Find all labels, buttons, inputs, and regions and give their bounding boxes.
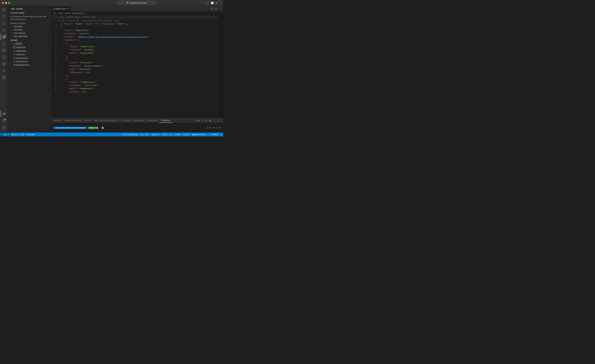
sidebar-item-connections[interactable]: ☐ Connections — [8, 60, 51, 63]
kill-terminal-button[interactable]: 🗑 — [208, 119, 212, 122]
activity-panel[interactable] — [1, 74, 7, 81]
activity-account[interactable]: 2 — [1, 117, 7, 124]
sidebar-header: OML VISION ··· — [8, 6, 51, 11]
breadcrumb-more[interactable]: ... — [86, 12, 88, 14]
breadcrumb-vision[interactable]: vision — [58, 12, 63, 14]
tab-ports[interactable]: PORTS — [83, 118, 93, 123]
activity-extensions[interactable]: 3 — [1, 34, 7, 40]
line-number: 19 — [52, 77, 58, 81]
sidebar-item-kepler16b[interactable]: ▾ Kepler16b — [8, 46, 51, 49]
sidebar-item-home[interactable]: ▾ ⌂ Home — [8, 42, 51, 46]
task-label: Run owlLoad — [14, 32, 25, 34]
chevron-right-icon[interactable]: › — [220, 119, 222, 122]
task-label: Run clean — [14, 29, 23, 31]
fullscreen-icon[interactable]: ⛶ — [219, 2, 221, 4]
activity-source-control[interactable] — [1, 20, 7, 27]
activity-files[interactable] — [1, 7, 7, 13]
tab-comments[interactable]: COMMENTS — [131, 118, 146, 123]
line-content: "iconUrl": "https://nasa-jpl.github.io/s… — [58, 35, 218, 39]
maximize-button[interactable] — [8, 2, 10, 4]
status-broadcast[interactable]: ↗ — [219, 133, 223, 136]
tab-gitlens[interactable]: GITLENS — [120, 118, 131, 123]
activity-flask[interactable] — [1, 40, 7, 47]
nav-back-button[interactable]: ‹ — [60, 1, 63, 5]
status-git-graph[interactable]: Git Graph — [25, 133, 35, 136]
breadcrumb-src[interactable]: src — [53, 12, 56, 14]
sidebar-item-components[interactable]: ☰ Components — [8, 56, 51, 60]
activity-r[interactable]: R — [1, 68, 7, 74]
line-number: 4 — [52, 29, 58, 32]
code-line-20: 20 "title": "Components", — [51, 81, 218, 84]
activity-database[interactable] — [1, 47, 7, 54]
line-content: { "title": "Home", "path": "/", "treeIco… — [58, 22, 218, 26]
activity-rocket[interactable] — [1, 61, 7, 67]
nav-forward-button[interactable]: › — [64, 1, 67, 5]
tab-close-button[interactable]: ✕ — [67, 7, 69, 10]
status-info[interactable]: ⓪ 0 — [19, 133, 25, 136]
tab-output[interactable]: OUTPUT — [52, 118, 63, 123]
breadcrumb-layouts[interactable]: layouts — [65, 12, 71, 14]
line-content: { — [58, 26, 218, 29]
status-line-ending[interactable]: LF — [169, 133, 173, 136]
pages-section: ▾ PAGES ▾ ⌂ Home ▾ — [8, 39, 51, 67]
info-text: ⓪ 0 — [21, 133, 24, 136]
activity-clock[interactable] — [1, 54, 7, 60]
svg-point-26 — [14, 54, 15, 54]
activity-eye[interactable] — [1, 111, 7, 117]
activity-run[interactable] — [1, 27, 7, 33]
tab-problems[interactable]: PROBLEMS — [146, 118, 159, 123]
close-button[interactable] — [2, 2, 4, 4]
sidebar-item-objectives[interactable]: ☐ Objectives — [8, 49, 51, 53]
terminal-content[interactable]: ~/git/pogi7/kepler16b-example main *1 › … — [51, 123, 223, 133]
split-icon[interactable]: ▣ — [215, 2, 217, 4]
pages-section-header[interactable]: ▾ PAGES — [8, 39, 51, 42]
sidebar-item-requirements[interactable]: ☰ Requirements — [8, 63, 51, 67]
minimize-button[interactable] — [5, 2, 7, 4]
breadcrumb-file[interactable]: {} pages.json — [73, 12, 84, 14]
more-actions-icon[interactable]: ··· — [219, 7, 222, 10]
titlebar-search[interactable]: 🔍 kepler16b-example — [117, 1, 156, 5]
split-terminal-button[interactable]: ⊟ — [204, 119, 208, 122]
layout-icon[interactable]: ⬜ — [211, 2, 213, 4]
missions-label: Missions — [16, 53, 25, 56]
code-editor[interactable]: You, 3 months ago | 1 author (You) 1 [Yo… — [51, 15, 218, 118]
shell-label: zsh — [196, 119, 200, 122]
status-encoding[interactable]: UTF-8 — [161, 133, 168, 136]
tab-oml-vision-properties[interactable]: OML VISION PROPERTIES — [93, 118, 120, 123]
line-content: "title": "Kepler16b", — [58, 29, 218, 32]
task-run-owlload[interactable]: ▷ Run owlLoad — [8, 32, 51, 35]
tab-terminal[interactable]: TERMINAL — [159, 118, 172, 123]
view-options-icon[interactable]: ◫ — [214, 7, 218, 11]
status-language[interactable]: {} JSON — [173, 133, 182, 136]
more-panel-actions[interactable]: ··· — [212, 119, 216, 122]
activity-search[interactable] — [1, 13, 7, 20]
line-number: 23 — [52, 90, 58, 94]
status-tabnine[interactable]: ◆ tabnine starter → — [191, 133, 209, 136]
status-position[interactable]: ◇ You, 5 months ago — [120, 133, 139, 136]
status-ln-col[interactable]: Ln 1, Col 2 — [139, 133, 150, 136]
chevron-up-icon[interactable]: ∧ — [216, 119, 219, 122]
terminal-path: ~/git/pogi7/kepler16b-example — [53, 127, 87, 129]
add-terminal-button[interactable]: + — [201, 119, 204, 122]
status-errors[interactable]: ⊗ 0 ⚠ 0 — [10, 133, 19, 136]
status-prettier[interactable]: ✓ Prettier — [209, 133, 219, 136]
terminal-cursor — [102, 127, 103, 129]
sidebar-icon[interactable]: ⬛ — [206, 2, 209, 4]
activity-settings[interactable] — [1, 125, 7, 131]
tab-debug-console[interactable]: DEBUG CONSOLE — [63, 118, 83, 123]
status-go-live[interactable]: Go Live — [182, 133, 191, 136]
sidebar-item-missions[interactable]: Missions — [8, 53, 51, 56]
split-editor-icon[interactable]: ⊡ — [210, 7, 213, 11]
status-branch[interactable]: ⑂ main ↻ — [0, 133, 10, 136]
task-run-clean[interactable]: ▷ Run clean — [8, 28, 51, 32]
sidebar-more-button[interactable]: ··· — [47, 7, 49, 10]
line-number: 22 — [52, 87, 58, 90]
gradle-tasks-label: GRADLE TASKS — [8, 22, 51, 25]
tab-pages-json[interactable]: {} pages.json ✕ — [51, 6, 71, 11]
line-number: 11 — [52, 52, 58, 55]
status-spaces[interactable]: Spaces: 2 — [150, 133, 161, 136]
task-run-build[interactable]: ▷ Run build — [8, 25, 51, 28]
setup-tasks-section[interactable]: ▾ SETUP TASKS — [8, 11, 51, 14]
line-content: "treeIcon": "server", — [58, 32, 218, 35]
task-run-stopfuseki[interactable]: ▷ Run stopFuseki — [8, 35, 51, 38]
